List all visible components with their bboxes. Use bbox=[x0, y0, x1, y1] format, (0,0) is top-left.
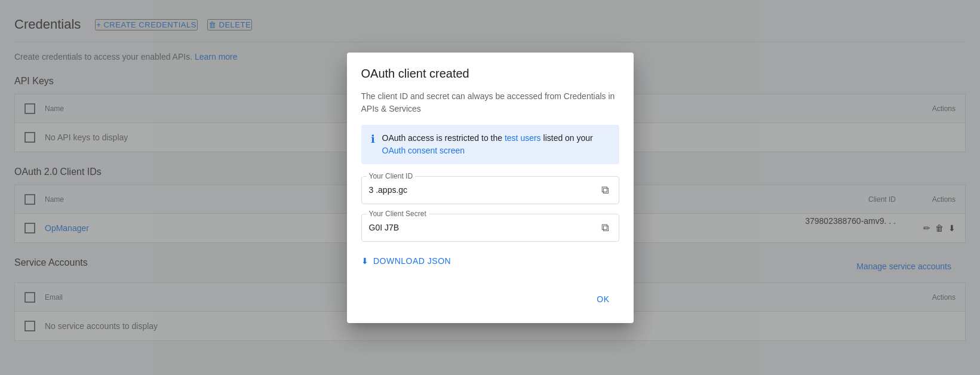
info-banner-text: OAuth access is restricted to the test u… bbox=[382, 132, 610, 157]
client-secret-value: G0I J7B bbox=[369, 223, 599, 232]
client-secret-label: Your Client Secret bbox=[367, 210, 429, 218]
download-icon-btn: ⬇ bbox=[361, 256, 369, 266]
oauth-client-created-modal: OAuth client created The client ID and s… bbox=[347, 53, 634, 323]
modal-footer: OK bbox=[361, 285, 619, 309]
client-id-value: 3 .apps.gc bbox=[369, 185, 599, 195]
copy-icon-secret: ⧉ bbox=[601, 222, 609, 234]
modal-description: The client ID and secret can always be a… bbox=[361, 90, 619, 115]
modal-title: OAuth client created bbox=[361, 67, 619, 81]
info-icon: ℹ bbox=[371, 133, 375, 146]
modal-overlay: OAuth client created The client ID and s… bbox=[0, 0, 980, 375]
copy-icon: ⧉ bbox=[601, 184, 609, 196]
client-id-field: Your Client ID 3 .apps.gc ⧉ bbox=[361, 176, 619, 204]
download-json-button[interactable]: ⬇ DOWNLOAD JSON bbox=[361, 251, 451, 271]
test-users-link[interactable]: test users bbox=[505, 133, 541, 143]
copy-client-secret-button[interactable]: ⧉ bbox=[599, 219, 612, 236]
info-banner: ℹ OAuth access is restricted to the test… bbox=[361, 125, 619, 164]
ok-button[interactable]: OK bbox=[587, 290, 619, 309]
copy-client-id-modal-button[interactable]: ⧉ bbox=[599, 182, 612, 199]
client-id-label: Your Client ID bbox=[367, 172, 416, 180]
oauth-consent-screen-link[interactable]: OAuth consent screen bbox=[382, 146, 465, 155]
client-secret-field: Your Client Secret G0I J7B ⧉ bbox=[361, 214, 619, 242]
